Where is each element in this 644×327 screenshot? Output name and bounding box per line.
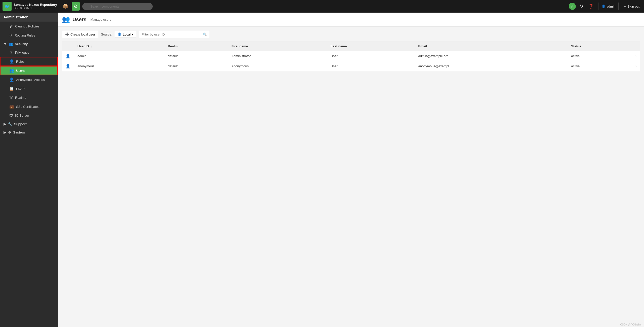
user-icon-cell: 👤	[62, 61, 74, 71]
table-row[interactable]: 👤 anonymous default Anonymous User anony…	[62, 61, 640, 71]
sidebar-item-label: Users	[16, 69, 25, 73]
search-input[interactable]	[82, 3, 153, 10]
sidebar-item-label: Cleanup Policies	[15, 24, 39, 28]
user-id-cell: anonymous	[74, 61, 164, 71]
sidebar-item-label: Realms	[15, 96, 26, 100]
user-icon-cell: 👤	[62, 51, 74, 61]
source-dropdown[interactable]: 👤 Local ▾	[115, 31, 136, 38]
table-row[interactable]: 👤 admin default Administrator User admin…	[62, 51, 640, 61]
col-action	[632, 42, 640, 51]
page-subtitle: Manage users	[91, 18, 111, 21]
sidebar-item-iq-server[interactable]: 🛡 IQ Server	[0, 111, 58, 120]
create-button-label: Create local user	[70, 32, 95, 36]
routing-icon: ⇄	[9, 33, 13, 38]
content-header: 👥 Users Manage users	[58, 13, 644, 27]
user-row-icon: 👤	[65, 64, 70, 68]
col-realm: Realm	[164, 42, 228, 51]
email-cell: anonymous@exampl...	[415, 61, 568, 71]
source-label: Source:	[101, 32, 112, 36]
anonymous-icon: 👤	[9, 77, 14, 82]
expand-icon: ▶	[4, 122, 6, 126]
browse-button[interactable]: 📦	[61, 2, 70, 11]
ldap-icon: 📋	[9, 86, 14, 91]
signout-icon: ↪	[624, 5, 626, 8]
users-icon: 👥	[9, 68, 14, 73]
sidebar-item-users[interactable]: 👥 Users	[0, 66, 58, 75]
first-name-cell: Anonymous	[228, 61, 327, 71]
sidebar-section-label: System	[13, 130, 25, 134]
sidebar-section-support[interactable]: ▶ 🔧 Support	[0, 120, 58, 128]
sidebar-item-ssl-certificates[interactable]: 💼 SSL Certificates	[0, 102, 58, 111]
top-navigation: 🐦 Sonatype Nexus Repository OSS 3.52.0-0…	[0, 0, 644, 13]
privileges-icon: 🎖	[9, 50, 13, 55]
toolbar: ➕ Create local user Source: 👤 Local ▾ 🔍	[62, 31, 640, 38]
users-header-icon: 👥	[62, 16, 70, 23]
user-row-icon: 👤	[65, 54, 70, 58]
settings-button[interactable]: ⚙	[72, 2, 80, 11]
users-table: User ID ↑ Realm First name Last name Ema…	[62, 42, 640, 71]
realms-icon: 🏛	[9, 95, 13, 100]
sidebar-section-label: Security	[15, 42, 28, 46]
chevron-down-icon: ▾	[132, 32, 134, 36]
col-email: Email	[415, 42, 568, 51]
browse-icon: 📦	[63, 4, 68, 9]
cleanup-icon: 🖌	[9, 24, 13, 28]
create-local-user-button[interactable]: ➕ Create local user	[62, 31, 98, 38]
brand-version: OSS 3.52.0-01	[14, 7, 57, 10]
ssl-icon: 💼	[9, 104, 14, 109]
sidebar-item-cleanup-policies[interactable]: 🖌 Cleanup Policies	[0, 22, 58, 31]
sidebar-item-privileges[interactable]: 🎖 Privileges	[0, 48, 58, 57]
refresh-button[interactable]: ↻	[578, 3, 585, 10]
realm-cell: default	[164, 61, 228, 71]
filter-search-icon: 🔍	[203, 32, 207, 36]
divider	[598, 3, 598, 10]
brand-text: Sonatype Nexus Repository OSS 3.52.0-01	[14, 3, 57, 10]
sidebar-item-routing-rules[interactable]: ⇄ Routing Rules	[0, 31, 58, 40]
sidebar-item-anonymous-access[interactable]: 👤 Anonymous Access	[0, 75, 58, 84]
col-user-id[interactable]: User ID ↑	[74, 42, 164, 51]
username-text: admin	[607, 5, 615, 8]
sidebar-item-ldap[interactable]: 📋 LDAP	[0, 84, 58, 93]
sidebar: Administration 🖌 Cleanup Policies ⇄ Rout…	[0, 13, 58, 327]
brand-name: Sonatype Nexus Repository	[14, 3, 57, 7]
main-layout: Administration 🖌 Cleanup Policies ⇄ Rout…	[0, 13, 644, 327]
sidebar-section-security[interactable]: ▼ 👥 Security	[0, 40, 58, 48]
sidebar-item-roles[interactable]: 👤 Roles	[0, 57, 58, 66]
sidebar-item-label: Privileges	[15, 51, 29, 54]
divider2	[618, 3, 619, 10]
user-id-cell: admin	[74, 51, 164, 61]
sidebar-item-label: Routing Rules	[15, 34, 35, 37]
col-last-name: Last name	[327, 42, 415, 51]
sidebar-item-label: IQ Server	[15, 114, 29, 117]
sign-out-button[interactable]: ↪ Sign out	[622, 4, 641, 9]
sidebar-section-system[interactable]: ▶ ⚙ System	[0, 128, 58, 137]
system-status-icon: ✓	[569, 3, 576, 10]
roles-icon: 👤	[9, 59, 14, 64]
email-cell: admin@example.org	[415, 51, 568, 61]
sidebar-item-label: Roles	[16, 60, 24, 63]
table-header-row: User ID ↑ Realm First name Last name Ema…	[62, 42, 640, 51]
page-title: Users	[72, 17, 87, 22]
sidebar-item-realms[interactable]: 🏛 Realms	[0, 93, 58, 102]
realm-cell: default	[164, 51, 228, 61]
status-cell: active	[568, 51, 632, 61]
last-name-cell: User	[327, 51, 415, 61]
expand-icon: ▶	[4, 130, 6, 134]
filter-input[interactable]	[139, 31, 209, 38]
expand-icon: ▼	[4, 42, 7, 46]
sidebar-section-label: Support	[14, 122, 27, 126]
help-button[interactable]: ❓	[587, 3, 595, 10]
system-icon: ⚙	[8, 130, 11, 134]
sidebar-item-label: SSL Certificates	[16, 105, 39, 109]
iq-icon: 🛡	[9, 113, 13, 118]
signout-label: Sign out	[627, 5, 639, 8]
brand: 🐦 Sonatype Nexus Repository OSS 3.52.0-0…	[3, 2, 57, 11]
col-status: Status	[568, 42, 632, 51]
plus-icon: ➕	[65, 32, 69, 36]
user-label: 👤 admin	[601, 5, 615, 8]
search-wrap: 🔍	[82, 3, 153, 10]
security-icon: 👥	[9, 42, 13, 46]
gear-icon: ⚙	[74, 4, 78, 9]
row-chevron: ›	[632, 61, 640, 71]
first-name-cell: Administrator	[228, 51, 327, 61]
